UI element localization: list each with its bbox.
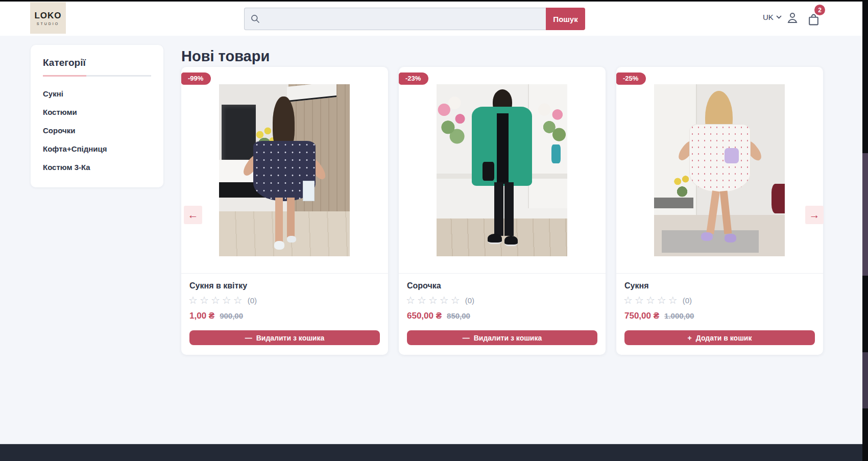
product-image[interactable] <box>437 84 567 256</box>
search-bar: Пошук <box>244 8 585 30</box>
button-label: Видалити з кошика <box>256 334 325 342</box>
plus-icon: + <box>688 334 692 342</box>
remove-from-cart-button[interactable]: — Видалити з кошика <box>407 330 597 345</box>
photo-model-shoe <box>488 234 502 244</box>
photo-floor <box>219 211 350 256</box>
product-card: -25% Сукня ☆ ☆ ☆ ☆ ☆ (0) 750,00 ₴ 1.000,… <box>616 67 823 355</box>
screen-edge-top <box>0 0 868 2</box>
star-icon: ☆ <box>233 295 243 305</box>
discount-badge: -99% <box>181 72 211 85</box>
page-title: Нові товари <box>181 48 270 65</box>
photo-model-leg <box>275 198 283 242</box>
product-name[interactable]: Сукня в квітку <box>189 281 247 290</box>
carousel-prev-button[interactable]: ← <box>184 206 202 224</box>
price-row: 1,00 ₴ 900,00 <box>189 311 243 321</box>
star-icon: ☆ <box>211 295 220 305</box>
button-label: Видалити з кошика <box>474 334 542 342</box>
sidebar-item-sukni[interactable]: Сукні <box>43 89 151 98</box>
star-icon: ☆ <box>417 295 426 305</box>
product-name[interactable]: Сорочка <box>407 281 441 290</box>
footer <box>0 444 868 461</box>
rating-count: (0) <box>248 296 257 305</box>
rating-row: ☆ ☆ ☆ ☆ ☆ (0) <box>188 295 257 305</box>
current-price: 650,00 ₴ <box>407 311 442 321</box>
photo-model-top <box>497 113 509 184</box>
currency-symbol: ₴ <box>209 311 214 321</box>
price-row: 750,00 ₴ 1.000,00 <box>624 311 694 321</box>
photo-model-bag <box>303 181 315 201</box>
arrow-left-icon: ← <box>188 209 199 221</box>
photo-model-leg <box>494 182 503 235</box>
photo-vase <box>551 144 561 163</box>
add-to-cart-button[interactable]: + Додати в кошик <box>624 330 815 345</box>
star-icon: ☆ <box>406 295 415 305</box>
product-image[interactable] <box>219 84 350 256</box>
photo-flowers <box>437 96 467 150</box>
star-icon: ☆ <box>635 295 644 305</box>
photo-model-bag <box>483 162 494 181</box>
minus-icon: — <box>245 334 252 342</box>
rating-row: ☆ ☆ ☆ ☆ ☆ (0) <box>623 295 692 305</box>
sidebar-item-sorochky[interactable]: Сорочки <box>43 126 151 135</box>
sidebar-item-kostium-3ka[interactable]: Костюм 3-Ка <box>43 163 151 172</box>
card-divider <box>399 273 606 274</box>
sidebar-item-kostiumy[interactable]: Костюми <box>43 108 151 116</box>
product-image[interactable] <box>654 84 785 256</box>
language-selector[interactable]: UK <box>763 13 782 21</box>
product-card: -99% Сукня в квітку ☆ ☆ ☆ ☆ ☆ (0) 1,00 ₴… <box>181 67 388 355</box>
next-card-peek <box>862 153 868 276</box>
next-card-peek <box>862 352 868 408</box>
photo-model-shoe <box>287 236 296 242</box>
cart-count-badge[interactable]: 2 <box>814 5 825 15</box>
carousel-next-button[interactable]: → <box>805 206 824 224</box>
button-label: Додати в кошик <box>696 334 752 342</box>
cart-icon[interactable] <box>807 13 820 27</box>
search-input[interactable] <box>244 8 546 30</box>
categories-divider <box>43 75 151 77</box>
product-name[interactable]: Сукня <box>624 281 648 290</box>
logo[interactable]: LOKO STUDIO <box>30 2 66 34</box>
star-icon: ☆ <box>222 295 231 305</box>
star-icon: ☆ <box>200 295 209 305</box>
categories-list: Сукні Костюми Сорочки Кофта+Спідниця Кос… <box>43 89 151 172</box>
logo-text-secondary: STUDIO <box>37 22 59 26</box>
rating-row: ☆ ☆ ☆ ☆ ☆ (0) <box>406 295 474 305</box>
currency-symbol: ₴ <box>436 311 442 321</box>
rating-count: (0) <box>683 296 692 305</box>
arrow-right-icon: → <box>809 209 820 221</box>
photo-model-shoe <box>701 232 713 241</box>
star-icon: ☆ <box>428 295 438 305</box>
star-icon: ☆ <box>188 295 198 305</box>
star-icon: ☆ <box>451 295 460 305</box>
search-button[interactable]: Пошук <box>546 8 585 30</box>
currency-symbol: ₴ <box>654 311 659 321</box>
star-icon: ☆ <box>657 295 666 305</box>
star-icon: ☆ <box>440 295 449 305</box>
photo-flowers <box>671 176 693 205</box>
photo-model-shoe <box>725 234 736 242</box>
sidebar-item-kofta-spidnytsia[interactable]: Кофта+Спідниця <box>43 144 151 153</box>
photo-model-dress <box>689 124 751 193</box>
photo-model-shoe <box>504 236 518 246</box>
rating-count: (0) <box>465 296 474 305</box>
search-input-box <box>244 8 546 30</box>
chevron-down-icon <box>776 15 782 19</box>
discount-badge: -23% <box>399 72 428 85</box>
star-icon: ☆ <box>668 295 678 305</box>
star-icon: ☆ <box>623 295 633 305</box>
card-divider <box>616 273 823 274</box>
user-account-icon[interactable] <box>786 12 799 24</box>
photo-model-shoe <box>274 241 284 250</box>
current-price: 750,00 ₴ <box>624 311 659 321</box>
minus-icon: — <box>463 334 470 342</box>
photo-chair <box>771 184 785 213</box>
remove-from-cart-button[interactable]: — Видалити з кошика <box>189 330 380 345</box>
price-row: 650,00 ₴ 850,00 <box>407 311 470 321</box>
photo-model-leg <box>504 182 514 235</box>
header: LOKO STUDIO Пошук UK 2 <box>0 0 868 36</box>
old-price: 1.000,00 <box>664 311 694 320</box>
old-price: 900,00 <box>220 311 243 320</box>
current-price: 1,00 ₴ <box>189 311 214 321</box>
categories-title: Категорії <box>43 57 151 68</box>
old-price: 850,00 <box>447 311 470 320</box>
